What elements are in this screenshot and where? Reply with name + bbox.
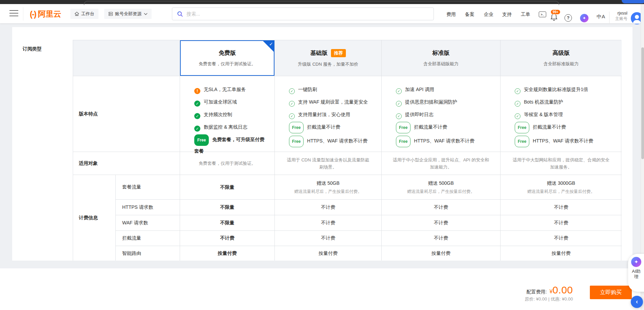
browser-profile-button[interactable] — [622, 0, 644, 3]
features-standard: ✓加速 API 调用 ✓提供恶意扫描和漏洞防护 ✓提供即时日志 Free拦截流量… — [382, 76, 501, 152]
features-free: !无SLA，无工单服务 ✓可加速全球区域 ✓支持频次控制 ✓数据监控 & 离线日… — [180, 76, 275, 152]
free-badge-outline: Free — [396, 122, 410, 133]
selected-check-icon: ✓ — [269, 41, 273, 47]
feature-item: ✓Bots 机器流量防护 — [515, 97, 613, 107]
nav-link-support[interactable]: 支持 — [502, 12, 512, 18]
plan-card-basic[interactable]: 基础版 推荐 升级版 CDN 服务，加量不加价 — [275, 40, 382, 76]
check-icon: ✓ — [194, 126, 200, 132]
username: rjxssl — [599, 10, 627, 16]
feature-item: ✓支持 WAF 规则设置，流量更安全 — [289, 97, 373, 107]
search-icon — [177, 11, 183, 17]
plan-name-free: 免费版 — [219, 49, 236, 57]
home-icon — [74, 12, 79, 16]
ai-assistant-widget[interactable]: ✦ AI助理 — [628, 254, 644, 292]
check-outline-icon: ✓ — [515, 101, 520, 107]
row-label-features: 版本特点 — [73, 76, 180, 152]
ai-star-icon: ✦ — [634, 259, 639, 265]
notifications-button[interactable]: 99+ — [550, 10, 560, 22]
original-price: 原价: ¥0.00 — [525, 296, 547, 302]
check-icon: ✓ — [194, 113, 200, 119]
feature-item: ✓提供即时日志 — [396, 109, 491, 119]
routing-premium: 按量付费 — [501, 246, 622, 261]
notification-count-badge: 99+ — [551, 9, 560, 15]
free-badge-outline: Free — [515, 136, 529, 147]
plan-card-premium[interactable]: 高级版 含全部标准版能力 — [501, 40, 622, 76]
feature-item: FreeHTTPS、WAF 请求数不计费 — [515, 136, 613, 147]
https-free: 不限量 — [180, 200, 275, 215]
plan-subtitle-standard: 含全部基础版能力 — [423, 61, 459, 67]
help-button[interactable]: ? — [564, 14, 572, 22]
block-free: 不计费 — [180, 231, 275, 246]
resource-scope-label: 账号全部资源 — [115, 11, 141, 17]
traffic-free: 不限量 — [180, 175, 275, 200]
waf-free: 不限量 — [180, 215, 275, 231]
row-label-traffic: 套餐流量 — [116, 175, 180, 200]
cloudshell-terminal-icon[interactable]: >_ — [539, 12, 546, 17]
workbench-button[interactable]: 工作台 — [70, 9, 98, 19]
check-outline-icon: ✓ — [396, 101, 402, 107]
nav-divider — [23, 7, 23, 21]
row-label-routing: 智能路由 — [116, 246, 180, 261]
feature-item: ✓提供恶意扫描和漏洞防护 — [396, 97, 491, 107]
plan-name-premium: 高级版 — [553, 49, 570, 57]
feature-item: Free拦截流量不计费 — [515, 122, 613, 133]
nav-link-billing[interactable]: 费用 — [446, 12, 456, 18]
row-label-https: HTTPS 请求数 — [116, 200, 180, 215]
https-basic: 不计费 — [275, 200, 382, 215]
waf-basic: 不计费 — [275, 215, 382, 231]
check-outline-icon: ✓ — [515, 113, 520, 119]
block-standard: 不计费 — [382, 231, 501, 246]
ai-assistant-label: AI助理 — [631, 269, 641, 280]
nav-link-icp[interactable]: 备案 — [465, 12, 474, 18]
buy-now-button[interactable]: 立即购买 — [590, 286, 632, 299]
plan-name-standard: 标准版 — [432, 49, 450, 57]
discount: 优惠: ¥0.00 — [551, 296, 573, 302]
account-type: 主账号 — [599, 16, 627, 21]
features-premium: ✓安全规则数量比标准版提升1倍 ✓Bots 机器流量防护 ✓等候室 & 版本管理… — [501, 76, 622, 152]
config-cost: 配置费用: ¥ 0.00 — [527, 284, 573, 296]
recommended-badge: 推荐 — [331, 49, 346, 57]
routing-basic: 按量付费 — [275, 246, 382, 261]
browser-chrome — [0, 0, 644, 4]
waf-premium: 不计费 — [501, 215, 622, 231]
https-premium: 不计费 — [501, 200, 622, 215]
resource-scope-selector[interactable]: 账号全部资源 — [104, 9, 152, 19]
nav-link-enterprise[interactable]: 企业 — [484, 12, 493, 18]
purchase-bar: 配置费用: ¥ 0.00 原价: ¥0.00 | 优惠: ¥0.00 立即购买 — [0, 268, 644, 310]
https-standard: 不计费 — [382, 200, 501, 215]
price-separator: | — [548, 296, 549, 302]
scrollbar-thumb[interactable] — [641, 47, 644, 159]
browser-tab[interactable] — [84, 1, 559, 5]
row-label-waf: WAF 请求数 — [116, 215, 180, 231]
global-search — [172, 7, 434, 20]
feature-item: ✓安全规则数量比标准版提升1倍 — [515, 84, 613, 94]
warning-icon: ! — [194, 88, 200, 94]
free-badge-outline: Free — [515, 122, 529, 133]
ai-assistant-nav-icon[interactable]: ✦ — [580, 14, 589, 22]
collapse-chevron-button[interactable]: ‹ — [631, 296, 643, 308]
feature-item: ✓支持用量封顶，安心使用 — [289, 109, 373, 119]
hamburger-menu-icon[interactable] — [9, 10, 18, 17]
feature-item: ✓一键防刷 — [289, 84, 373, 94]
check-outline-icon: ✓ — [289, 101, 295, 107]
traffic-basic: 赠送 50GB赠送流量耗尽后，产生按量后付费。 — [275, 175, 382, 200]
nav-link-tickets[interactable]: 工单 — [521, 12, 530, 18]
feature-item: FreeHTTPS、WAF 请求数不计费 — [396, 136, 491, 147]
alibaba-cloud-logo[interactable]: (-) 阿里云 — [30, 9, 61, 19]
plan-card-free[interactable]: ✓ 免费版 免费套餐，仅用于测试验证。 — [180, 40, 275, 76]
check-outline-icon: ✓ — [396, 113, 402, 119]
ai-assistant-icon: ✦ — [631, 257, 641, 267]
search-input[interactable] — [186, 11, 429, 17]
check-outline-icon: ✓ — [289, 113, 295, 119]
check-outline-icon: ✓ — [289, 88, 295, 94]
config-cost-value: 0.00 — [553, 284, 573, 296]
free-badge-outline: Free — [396, 136, 410, 147]
account-info[interactable]: rjxssl 主账号 — [599, 10, 627, 21]
logo-text: 阿里云 — [38, 9, 61, 19]
feature-item: ✓支持频次控制 — [194, 109, 266, 119]
row-label-block: 拦截流量 — [116, 231, 180, 246]
plan-card-standard[interactable]: 标准版 含全部基础版能力 — [382, 40, 501, 76]
feature-item: Free拦截流量不计费 — [289, 122, 373, 133]
question-icon: ? — [567, 15, 570, 20]
features-basic: ✓一键防刷 ✓支持 WAF 规则设置，流量更安全 ✓支持用量封顶，安心使用 Fr… — [275, 76, 382, 152]
